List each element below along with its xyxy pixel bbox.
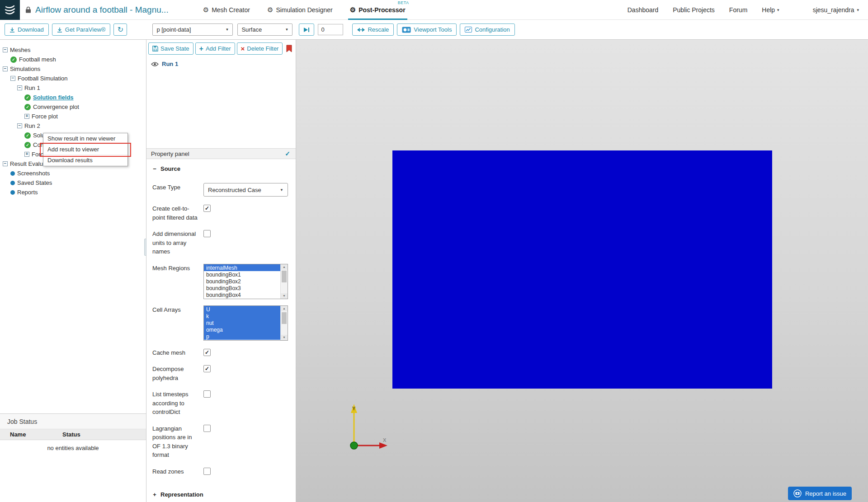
menu-item-show-result-new-viewer[interactable]: Show result in new viewer <box>43 133 127 144</box>
list-option[interactable]: boundingBox3 <box>204 285 280 291</box>
chevron-down-icon: ▼ <box>280 188 283 192</box>
expand-icon[interactable]: + <box>24 114 29 119</box>
get-paraview-button[interactable]: Get ParaView® <box>52 23 111 36</box>
nav-help-menu[interactable]: Help▾ <box>762 6 779 14</box>
lagrangian-checkbox[interactable]: ✓ <box>203 425 211 432</box>
menu-item-download-results[interactable]: Download results <box>43 155 127 166</box>
report-issue-button[interactable]: Report an issue <box>788 487 852 500</box>
cell-to-point-checkbox[interactable]: ✓ <box>203 205 211 212</box>
visibility-eye-icon[interactable] <box>151 61 159 67</box>
list-timesteps-checkbox[interactable]: ✓ <box>203 390 211 398</box>
nav-dashboard[interactable]: Dashboard <box>627 6 659 14</box>
save-icon <box>152 46 158 52</box>
save-state-button[interactable]: Save State <box>148 42 193 55</box>
scrollbar[interactable]: ▲ ▼ <box>280 306 288 340</box>
pin-icon[interactable] <box>286 45 292 52</box>
list-option[interactable]: k <box>204 313 280 319</box>
tree-item-football-mesh[interactable]: ✓Football mesh <box>0 55 146 64</box>
play-step-button[interactable] <box>299 23 314 36</box>
viewport-tools-button[interactable]: Viewport Tools <box>397 23 457 36</box>
collapse-icon[interactable]: − <box>3 47 8 52</box>
tree-item-screenshots[interactable]: Screenshots <box>0 169 146 178</box>
cell-arrays-listbox[interactable]: U k nut omega p ▲ ▼ <box>203 305 288 341</box>
representation-select[interactable]: Surface ▼ <box>237 23 292 36</box>
tree-item-meshes[interactable]: −Meshes <box>0 45 146 55</box>
collapse-icon[interactable]: − <box>10 76 15 81</box>
list-option[interactable]: boundingBox4 <box>204 291 280 298</box>
nav-public-projects[interactable]: Public Projects <box>673 6 715 14</box>
apply-check-icon[interactable]: ✓ <box>285 150 290 157</box>
scrollbar-thumb[interactable] <box>282 271 287 282</box>
tree-item-run1-convergence-plot[interactable]: ✓Convergence plot <box>0 102 146 112</box>
scroll-up-icon: ▲ <box>281 264 288 270</box>
tab-post-processor[interactable]: BETA ⚙ Post-Processor <box>348 0 407 20</box>
cache-mesh-label: Cache mesh <box>152 348 198 357</box>
logo-swirl-icon <box>4 4 16 16</box>
download-icon <box>57 27 62 33</box>
scrollbar[interactable]: ▲ ▼ <box>280 264 288 299</box>
tab-label: Simulation Designer <box>276 6 332 14</box>
tree-item-reports[interactable]: Reports <box>0 188 146 197</box>
pipeline-item-label: Run 1 <box>162 61 178 67</box>
lagrangian-label: Lagrangian positions are in OF 1.3 binar… <box>152 424 198 460</box>
check-icon: ✓ <box>24 104 31 110</box>
list-option[interactable]: U <box>204 306 280 313</box>
field-select[interactable]: p [point-data] ▼ <box>152 23 233 36</box>
list-option[interactable]: internalMesh <box>204 264 280 271</box>
render-viewport[interactable]: Y X Report an issue <box>296 40 868 502</box>
collapse-icon[interactable]: − <box>3 66 8 71</box>
download-button[interactable]: Download <box>5 23 49 36</box>
list-option[interactable]: nut <box>204 319 280 326</box>
list-option[interactable]: omega <box>204 326 280 333</box>
column-header-name: Name <box>10 431 62 438</box>
decompose-polyhedra-checkbox[interactable]: ✓ <box>203 365 211 372</box>
app-header: Airflow around a football - Magnu... ⚙ M… <box>0 0 868 20</box>
tab-mesh-creator[interactable]: ⚙ Mesh Creator <box>201 0 252 20</box>
tree-item-simulations[interactable]: −Simulations <box>0 64 146 74</box>
tab-simulation-designer[interactable]: ⚙ Simulation Designer <box>265 0 335 20</box>
frame-number-input[interactable] <box>318 24 343 35</box>
section-source[interactable]: − Source <box>152 165 289 172</box>
nav-forum[interactable]: Forum <box>729 6 747 14</box>
cache-mesh-checkbox[interactable]: ✓ <box>203 349 211 356</box>
scroll-down-icon: ▼ <box>281 335 288 340</box>
tree-item-saved-states[interactable]: Saved States <box>0 178 146 188</box>
pipeline-browser: Run 1 <box>146 57 296 148</box>
user-menu[interactable]: sjesu_rajendra ▾ <box>813 6 859 14</box>
list-option[interactable]: boundingBox2 <box>204 278 280 285</box>
add-filter-button[interactable]: + Add Filter <box>195 42 235 55</box>
menu-item-add-result-to-viewer[interactable]: Add result to viewer <box>43 144 127 155</box>
download-icon <box>9 27 15 33</box>
section-representation[interactable]: + Representation <box>152 491 289 498</box>
scrollbar-thumb[interactable] <box>282 312 287 324</box>
tree-item-run1-force-plot[interactable]: +Force plot <box>0 112 146 121</box>
list-timesteps-label: List timesteps according to controlDict <box>152 390 198 417</box>
column-header-status: Status <box>62 431 146 438</box>
context-menu: Show result in new viewer Add result to … <box>43 133 128 166</box>
check-icon: ✓ <box>205 205 209 211</box>
job-status-empty-message: no entities available <box>0 445 146 451</box>
collapse-icon[interactable]: − <box>17 85 22 90</box>
case-type-select[interactable]: Reconstructed Case ▼ <box>203 183 288 197</box>
tree-item-run2[interactable]: −Run 2 <box>0 121 146 131</box>
tree-item-run1-solution-fields[interactable]: ✓Solution fields <box>0 93 146 102</box>
configuration-button[interactable]: Configuration <box>460 23 514 36</box>
check-icon: ✓ <box>24 94 31 101</box>
collapse-icon[interactable]: − <box>17 123 22 128</box>
panel-resize-handle[interactable] <box>144 239 146 256</box>
tree-item-football-simulation[interactable]: −Football Simulation <box>0 74 146 83</box>
rescale-button[interactable]: Rescale <box>352 23 394 36</box>
collapse-icon[interactable]: − <box>3 161 8 166</box>
mesh-regions-listbox[interactable]: internalMesh boundingBox1 boundingBox2 b… <box>203 264 288 299</box>
list-option[interactable]: boundingBox1 <box>204 271 280 278</box>
dot-icon <box>10 171 15 176</box>
refresh-button[interactable]: ↻ <box>113 23 127 36</box>
rendered-mesh-surface[interactable] <box>392 150 772 389</box>
tree-item-run1[interactable]: −Run 1 <box>0 83 146 93</box>
list-option[interactable]: p <box>204 333 280 340</box>
read-zones-checkbox[interactable]: ✓ <box>203 468 211 475</box>
pipeline-item-run1[interactable]: Run 1 <box>151 61 291 67</box>
expand-icon[interactable]: + <box>24 152 29 157</box>
dimensional-units-checkbox[interactable]: ✓ <box>203 230 211 237</box>
delete-filter-button[interactable]: × Delete Filter <box>237 42 283 55</box>
